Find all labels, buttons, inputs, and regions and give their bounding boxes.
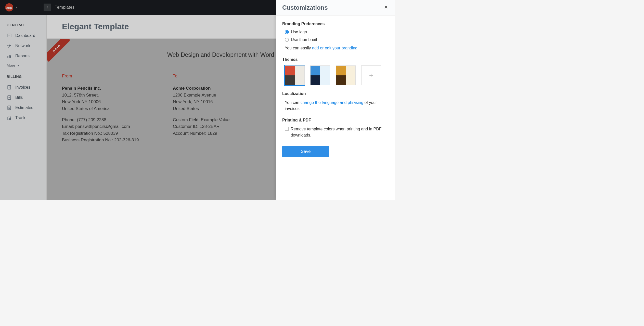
radio-use-thumbnail[interactable]: Use thumbnail: [285, 37, 389, 42]
checkbox-icon: [285, 127, 289, 131]
panel-header: Customizations: [276, 0, 395, 16]
radio-use-logo[interactable]: Use logo: [285, 30, 389, 34]
theme-swatch[interactable]: [310, 65, 330, 85]
panel-title: Customizations: [282, 4, 328, 11]
theme-swatch[interactable]: [336, 65, 356, 85]
localization-help: You can change the language and phrasing…: [285, 100, 389, 112]
branding-heading: Branding Preferences: [282, 22, 389, 26]
close-icon: [383, 5, 389, 10]
radio-icon: [285, 30, 289, 34]
radio-icon: [285, 38, 289, 42]
change-language-link[interactable]: change the language and phrasing: [301, 100, 363, 105]
themes-heading: Themes: [282, 57, 389, 62]
theme-swatch[interactable]: [285, 65, 305, 85]
remove-colors-checkbox[interactable]: Remove template colors when printing and…: [285, 126, 389, 138]
localization-heading: Localization: [282, 91, 389, 96]
themes-row: +: [285, 65, 389, 85]
add-theme-button[interactable]: +: [361, 65, 381, 85]
checkbox-label: Remove template colors when printing and…: [291, 126, 389, 138]
save-button[interactable]: Save: [282, 146, 329, 157]
branding-help: You can easily add or edit your branding…: [285, 45, 389, 51]
close-button[interactable]: [383, 5, 389, 11]
edit-branding-link[interactable]: add or edit your branding: [312, 46, 357, 50]
printing-heading: Printing & PDF: [282, 118, 389, 123]
radio-label: Use thumbnail: [291, 37, 317, 42]
customizations-panel: Customizations Branding Preferences Use …: [276, 0, 395, 200]
radio-label: Use logo: [291, 30, 307, 34]
